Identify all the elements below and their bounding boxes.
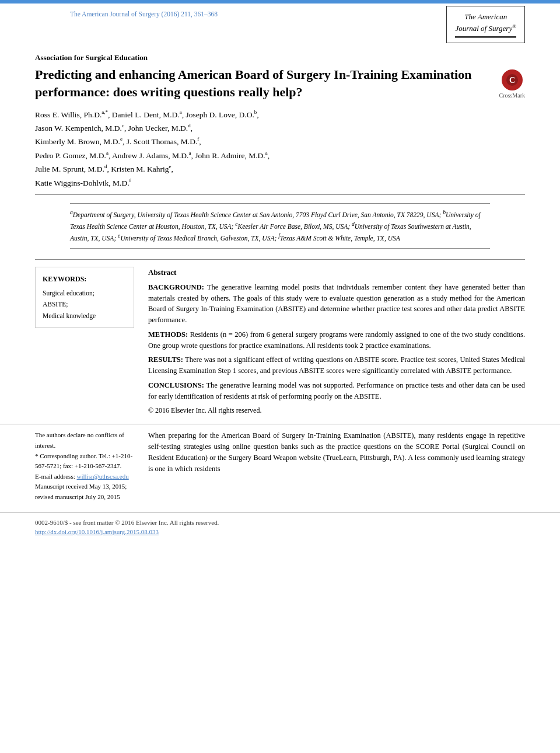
methods-label: METHODS: xyxy=(148,330,188,339)
affiliations-wrapper: aDepartment of Surgery, University of Te… xyxy=(35,194,525,260)
background-text: The generative learning model posits tha… xyxy=(148,283,525,324)
left-column: KEYWORDS: Surgical education; ABSITE; Me… xyxy=(35,267,134,416)
logo-underline xyxy=(455,36,516,38)
abstract-title: Abstract xyxy=(148,267,525,278)
footer: 0002-9610/$ - see front matter © 2016 El… xyxy=(0,512,560,543)
footer-doi[interactable]: http://dx.doi.org/10.1016/j.amjsurg.2015… xyxy=(35,528,159,535)
results-text: There was not a significant effect of wr… xyxy=(148,355,525,375)
abstract-results: RESULTS: There was not a significant eff… xyxy=(148,354,525,376)
logo-line1: The American Journal of Surgery® xyxy=(455,11,516,34)
crossmark-label: CrossMark xyxy=(499,92,525,100)
email-address[interactable]: willisr@uthscsa.edu xyxy=(76,473,128,480)
footer-issn: 0002-9610/$ - see front matter © 2016 El… xyxy=(35,518,525,528)
abstract-section: Abstract BACKGROUND: The generative lear… xyxy=(148,267,525,416)
title-area: Predicting and enhancing American Board … xyxy=(0,66,560,100)
section-heading: Association for Surgical Education xyxy=(0,43,560,66)
crossmark-icon: C xyxy=(502,69,523,90)
journal-logo: The American Journal of Surgery® xyxy=(446,6,525,43)
abstract-conclusions: CONCLUSIONS: The generative learning mod… xyxy=(148,380,525,402)
email-label: E-mail address: xyxy=(35,473,75,480)
page: The American Journal of Surgery (2016) 2… xyxy=(0,0,560,753)
abstract-background: BACKGROUND: The generative learning mode… xyxy=(148,282,525,326)
keywords-box: KEYWORDS: Surgical education; ABSITE; Me… xyxy=(35,267,134,328)
svg-text:C: C xyxy=(509,76,515,85)
manuscript-received: Manuscript received May 13, 2015; revise… xyxy=(35,482,134,502)
article-title: Predicting and enhancing American Board … xyxy=(35,66,499,100)
corresponding-author: * Corresponding author. Tel.: +1-210-567… xyxy=(35,451,134,472)
conclusions-text: The generative learning model was not su… xyxy=(148,381,525,400)
methods-text: Residents (n = 206) from 6 general surge… xyxy=(148,330,525,350)
author-line4: Pedro P. Gomez, M.D.a, Andrew J. Adams, … xyxy=(35,149,525,162)
author-line2: Jason W. Kempenich, M.D.c, John Uecker, … xyxy=(35,121,525,135)
authors: Ross E. Willis, Ph.D.a,*, Daniel L. Dent… xyxy=(0,101,560,195)
body-content: KEYWORDS: Surgical education; ABSITE; Me… xyxy=(0,267,560,416)
conclusions-label: CONCLUSIONS: xyxy=(148,381,204,389)
keyword-3: Medical knowledge xyxy=(43,311,127,322)
right-column: Abstract BACKGROUND: The generative lear… xyxy=(148,267,525,416)
intro-paragraph: When preparing for the American Board of… xyxy=(148,430,525,502)
author-line1: Ross E. Willis, Ph.D.a,*, Daniel L. Dent… xyxy=(35,108,525,121)
background-label: BACKGROUND: xyxy=(148,283,204,291)
author-line6: Katie Wiggins-Dohlvik, M.D.f xyxy=(35,176,525,190)
copyright: © 2016 Elsevier Inc. All rights reserved… xyxy=(148,405,525,416)
crossmark-badge: C CrossMark xyxy=(499,69,525,100)
keyword-2: ABSITE; xyxy=(43,299,127,311)
bottom-notes-inner: The authors declare no conflicts of inte… xyxy=(35,430,525,502)
keywords-title: KEYWORDS: xyxy=(43,273,127,285)
keyword-1: Surgical education; xyxy=(43,288,127,299)
no-conflicts: The authors declare no conflicts of inte… xyxy=(35,430,134,451)
header-area: The American Journal of Surgery (2016) 2… xyxy=(0,4,560,43)
affiliations: aDepartment of Surgery, University of Te… xyxy=(70,203,490,249)
author-line3: Kimberly M. Brown, M.D.e, J. Scott Thoma… xyxy=(35,135,525,148)
bottom-left-notes: The authors declare no conflicts of inte… xyxy=(35,430,134,502)
crossmark-svg: C xyxy=(506,74,519,86)
author-line5: Julie M. Sprunt, M.D.d, Kristen M. Kahri… xyxy=(35,162,525,176)
journal-citation: The American Journal of Surgery (2016) 2… xyxy=(35,4,446,23)
header-left: The American Journal of Surgery (2016) 2… xyxy=(35,4,446,23)
email-line: E-mail address: willisr@uthscsa.edu xyxy=(35,472,134,482)
abstract-methods: METHODS: Residents (n = 206) from 6 gene… xyxy=(148,329,525,351)
results-label: RESULTS: xyxy=(148,355,183,364)
bottom-notes-section: The authors declare no conflicts of inte… xyxy=(0,424,560,502)
